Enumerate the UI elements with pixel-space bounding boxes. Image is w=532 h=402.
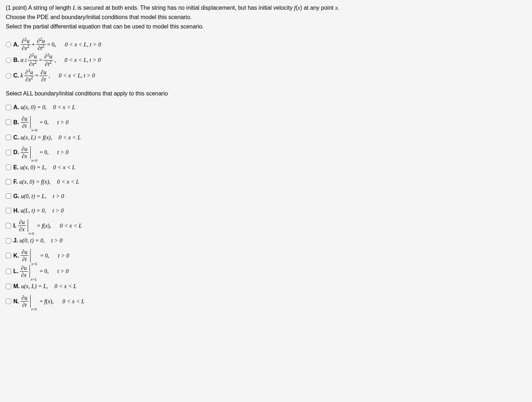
- bc-expr: u(x, 0) = f(x),: [19, 178, 50, 186]
- pde-equation-b: α2 ∂2u∂x2 = ∂2u∂t2 , 0 < x < L, t > 0: [21, 53, 101, 67]
- stem-line2: Choose the PDE and boundary/initial cond…: [6, 13, 526, 22]
- choice-letter: C.: [13, 133, 19, 142]
- bc-checkbox-a[interactable]: [6, 105, 11, 110]
- bc-expr: u(x, 0) = 0,: [21, 103, 47, 112]
- bc-domain: 0 < x < L: [53, 103, 76, 112]
- bc-expr: u(0, t) = 0,: [19, 236, 45, 245]
- bc-expr: u(x, 0) = L,: [20, 163, 46, 172]
- pde-radio-b[interactable]: [6, 58, 11, 63]
- bc-expr: ∂u∂x t=0 = f(x), 0 < x < L: [18, 219, 82, 233]
- choice-letter: F.: [13, 178, 18, 186]
- choice-letter: K.: [13, 251, 19, 260]
- stem-line3: Select the partial differential equation…: [6, 22, 526, 31]
- pde-equation-a: ∂2u∂x2 + ∂2u∂t2 = 0, 0 < x < L, t > 0: [21, 37, 101, 52]
- bc-choice-c: C. u(x, L) = f(x), 0 < x < L: [6, 131, 526, 144]
- bc-checkbox-d[interactable]: [6, 150, 11, 155]
- bc-choice-n: N. ∂u∂t t=0 = f(x), 0 < x < L: [6, 294, 526, 308]
- bc-choice-g: G. u(0, t) = L, t > 0: [6, 190, 526, 203]
- bc-expr: ∂u∂t t=0 = f(x), 0 < x < L: [21, 294, 85, 308]
- bc-checkbox-j[interactable]: [6, 238, 11, 244]
- choice-letter: J.: [13, 236, 18, 245]
- pde-equation-c: k ∂2u∂x2 = ∂u∂t , 0 < x < L, t > 0: [21, 69, 95, 83]
- choice-letter: M.: [13, 282, 20, 291]
- bc-checkbox-g[interactable]: [6, 193, 11, 199]
- bc-checkbox-e[interactable]: [6, 165, 11, 170]
- bc-domain: 0 < x < L: [59, 133, 81, 142]
- choice-letter: A.: [13, 40, 19, 49]
- bc-choice-h: H. u(L, t) = 0, t > 0: [6, 204, 526, 217]
- bc-expr: u(0, t) = L,: [21, 192, 46, 201]
- bc-expr: u(L, t) = 0,: [21, 206, 46, 215]
- bc-expr: ∂u∂t x=0 = 0, t > 0: [21, 115, 68, 129]
- bc-checkbox-l[interactable]: [6, 269, 11, 274]
- bc-choice-l: L. ∂u∂x x=L = 0, t > 0: [6, 264, 526, 278]
- bc-checkbox-n[interactable]: [6, 299, 11, 304]
- choice-letter: B.: [13, 118, 19, 127]
- bc-domain: 0 < x < L: [57, 178, 79, 186]
- bc-expr: u(x, L) = L,: [21, 282, 48, 291]
- choice-letter: G.: [13, 192, 19, 201]
- bc-checkbox-m[interactable]: [6, 284, 11, 289]
- bc-checkbox-f[interactable]: [6, 179, 11, 184]
- bc-choice-m: M. u(x, L) = L, 0 < x < L: [6, 280, 526, 293]
- choice-letter: B.: [13, 56, 19, 64]
- question-stem: (1 point) A string of length L is secure…: [6, 4, 526, 31]
- choice-letter: A.: [13, 103, 19, 112]
- bc-domain: t > 0: [53, 192, 64, 201]
- bc-choice-d: D. ∂u∂x x=0 = 0, t > 0: [6, 146, 526, 160]
- bc-checkbox-i[interactable]: [6, 223, 11, 228]
- pde-choice-a: A. ∂2u∂x2 + ∂2u∂t2 = 0, 0 < x < L, t > 0: [6, 37, 526, 52]
- bc-expr: u(x, L) = f(x),: [21, 133, 52, 142]
- bc-choice-a: A. u(x, 0) = 0, 0 < x < L: [6, 101, 526, 114]
- pde-choice-group: A. ∂2u∂x2 + ∂2u∂t2 = 0, 0 < x < L, t > 0…: [6, 37, 526, 83]
- choice-letter: C.: [13, 71, 19, 80]
- pde-choice-c: C. k ∂2u∂x2 = ∂u∂t , 0 < x < L, t > 0: [6, 69, 526, 83]
- choice-letter: H.: [13, 206, 19, 215]
- bc-choice-e: E. u(x, 0) = L, 0 < x < L: [6, 161, 526, 174]
- choice-letter: I.: [13, 222, 17, 230]
- bc-expr: ∂u∂t x=L = 0, t > 0: [21, 249, 69, 263]
- bc-checkbox-c[interactable]: [6, 135, 11, 140]
- bc-choice-i: I. ∂u∂x t=0 = f(x), 0 < x < L: [6, 219, 526, 233]
- bc-expr: ∂u∂x x=0 = 0, t > 0: [21, 146, 68, 160]
- bc-choice-group: A. u(x, 0) = 0, 0 < x < L B. ∂u∂t x=0 = …: [6, 101, 526, 308]
- points-label: (1 point): [6, 5, 27, 11]
- choice-letter: E.: [13, 163, 19, 172]
- pde-radio-a[interactable]: [6, 42, 11, 47]
- choice-letter: N.: [13, 297, 19, 306]
- bc-domain: t > 0: [51, 236, 62, 245]
- choice-letter: D.: [13, 148, 19, 157]
- bc-domain: 0 < x < L: [53, 163, 76, 172]
- pde-choice-b: B. α2 ∂2u∂x2 = ∂2u∂t2 , 0 < x < L, t > 0: [6, 53, 526, 67]
- bc-checkbox-b[interactable]: [6, 120, 11, 125]
- bc-choice-j: J. u(0, t) = 0, t > 0: [6, 234, 526, 247]
- bc-choice-b: B. ∂u∂t x=0 = 0, t > 0: [6, 115, 526, 129]
- bc-expr: ∂u∂x x=L = 0, t > 0: [20, 264, 68, 278]
- bc-domain: t > 0: [53, 206, 64, 215]
- bc-choice-f: F. u(x, 0) = f(x), 0 < x < L: [6, 175, 526, 188]
- choice-letter: L.: [13, 267, 18, 276]
- bc-checkbox-k[interactable]: [6, 253, 11, 258]
- pde-radio-c[interactable]: [6, 73, 11, 79]
- bc-choice-k: K. ∂u∂t x=L = 0, t > 0: [6, 249, 526, 263]
- bc-header: Select ALL boundary/initial conditions t…: [6, 89, 526, 98]
- bc-domain: 0 < x < L: [54, 282, 77, 291]
- bc-checkbox-h[interactable]: [6, 208, 11, 213]
